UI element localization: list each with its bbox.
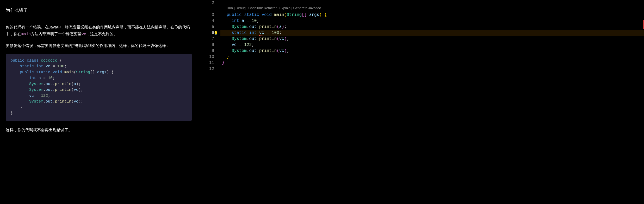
punct: } <box>10 111 13 116</box>
line-number: 4 <box>197 18 214 24</box>
punct: ( <box>71 82 74 86</box>
code-line[interactable]: int a = 10; <box>220 18 644 24</box>
codelens-gutter-spacer <box>197 6 214 12</box>
var: a <box>74 82 76 86</box>
var: a <box>279 25 282 29</box>
punct: ( <box>71 99 74 104</box>
function: println <box>259 25 277 29</box>
class: System <box>29 99 43 104</box>
code-line[interactable] <box>220 66 644 72</box>
keyword: public class <box>10 58 41 63</box>
var-error: vc <box>259 31 264 36</box>
bracket: [] <box>302 13 307 17</box>
number: 10 <box>48 76 53 80</box>
scrollbar-error-marker[interactable] <box>643 20 644 29</box>
code-line[interactable]: System.out.println(a); <box>220 24 644 30</box>
function: main <box>274 13 284 17</box>
line-number: 3 <box>197 12 214 18</box>
function: println <box>55 99 71 104</box>
type: String <box>287 13 302 17</box>
keyword: int <box>10 76 39 80</box>
line-number: 10 <box>197 54 214 60</box>
punct: [] <box>90 70 97 75</box>
var: out <box>46 99 53 104</box>
indent <box>10 99 29 104</box>
keyword: static int <box>10 64 46 69</box>
punct: ); <box>76 82 81 86</box>
punct: ) { <box>107 70 114 75</box>
punct: ; <box>64 64 67 69</box>
chat-paragraph-2: 要修复这个错误，你需要将静态变量的声明移动到类的作用域内。这样，你的代码应该像这… <box>6 42 192 49</box>
code-line[interactable] <box>220 0 644 6</box>
brace: } <box>222 61 225 65</box>
text: ，这是不允许的。 <box>86 32 117 36</box>
code-editor[interactable]: 2 3 4 5 6 7 8 9 10 11 12 💡 Run | Debug |… <box>197 0 644 204</box>
var: vc <box>29 94 34 98</box>
punct: = <box>50 64 57 69</box>
punct: ( <box>71 88 74 92</box>
code-line[interactable]: } <box>220 54 644 60</box>
code-line-highlighted[interactable]: static int vc = 100; <box>220 30 644 36</box>
lightbulb-icon[interactable]: 💡 <box>214 31 217 35</box>
inline-code: main <box>21 32 31 37</box>
var: out <box>46 82 53 86</box>
var: vc <box>46 64 50 69</box>
chat-paragraph-1: 你的代码有一个错误。在Java中，静态变量必须在类的作用域内声明，而不能在方法内… <box>6 24 192 38</box>
class: System <box>232 49 247 53</box>
var: vc <box>279 49 284 53</box>
var: vc <box>74 99 78 104</box>
type: String <box>76 70 90 75</box>
var: out <box>46 88 53 92</box>
var: out <box>249 25 257 29</box>
chat-paragraph-3: 这样，你的代码就不会再出现错误了。 <box>6 127 192 133</box>
brace: { <box>324 13 327 17</box>
var: out <box>249 49 257 53</box>
punct: . <box>53 99 55 104</box>
number: 100 <box>57 64 64 69</box>
punct: } <box>10 105 22 110</box>
punct: = <box>244 19 252 23</box>
class: System <box>29 88 43 92</box>
line-number: 8 <box>197 42 214 48</box>
code-line[interactable]: public static void main(String[] args) { <box>220 12 644 18</box>
keyword: void <box>262 13 271 17</box>
chat-panel: 为什么错了 你的代码有一个错误。在Java中，静态变量必须在类的作用域内声明，而… <box>0 0 197 204</box>
var: out <box>249 37 257 41</box>
line-number: 11 <box>197 60 214 66</box>
line-number: 5 <box>197 24 214 30</box>
editor-content[interactable]: public static void main(String[] args) {… <box>220 0 644 72</box>
punct: . <box>43 82 46 86</box>
line-number: 12 <box>197 66 214 72</box>
line-number: 9 <box>197 48 214 54</box>
function: println <box>55 88 71 92</box>
punct: ); <box>78 99 83 104</box>
text: 方法内部声明了一个静态变量 <box>31 32 82 36</box>
chat-title: 为什么错了 <box>6 7 192 13</box>
function: println <box>259 49 277 53</box>
line-number-active: 6 <box>197 30 214 36</box>
var: vc <box>74 88 78 92</box>
keyword: static <box>244 13 259 17</box>
punct: ); <box>78 88 83 92</box>
var: a <box>242 19 244 23</box>
code-line[interactable]: vc = 122; <box>220 42 644 48</box>
line-number: 7 <box>197 36 214 42</box>
code-line[interactable]: System.out.println(vc); <box>220 36 644 42</box>
class-name: ccccccc <box>41 58 57 63</box>
punct: ; <box>53 76 55 80</box>
punct: . <box>53 82 55 86</box>
code-line[interactable]: System.out.println(vc); <box>220 48 644 54</box>
number: 100 <box>272 31 279 35</box>
indent <box>10 88 29 92</box>
class: System <box>232 25 247 29</box>
indent <box>10 82 29 86</box>
code-block: public class ccccccc { static int vc = 1… <box>6 54 192 121</box>
var: args <box>309 13 319 17</box>
brace: ) <box>319 13 322 17</box>
punct: ( <box>74 70 76 75</box>
var: vc <box>279 37 284 41</box>
punct: { <box>57 58 62 63</box>
indent <box>10 94 29 98</box>
inline-code: vc <box>82 32 86 37</box>
code-line[interactable]: } <box>220 60 644 66</box>
